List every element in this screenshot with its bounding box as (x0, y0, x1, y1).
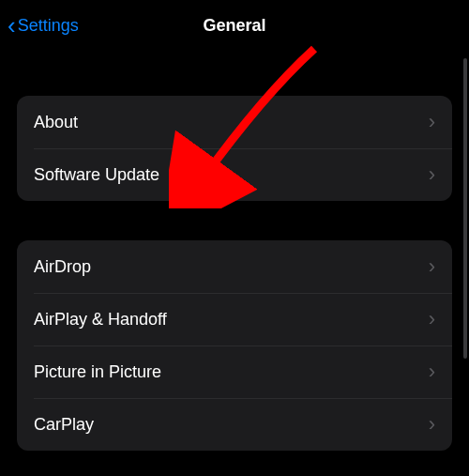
row-label: Picture in Picture (34, 362, 161, 382)
chevron-right-icon: › (429, 112, 435, 132)
row-label: AirPlay & Handoff (34, 310, 167, 330)
row-label: AirDrop (34, 257, 91, 277)
row-label: CarPlay (34, 415, 94, 435)
row-label: About (34, 113, 78, 132)
row-label: Software Update (34, 165, 159, 185)
chevron-right-icon: › (429, 414, 435, 435)
row-picture-in-picture[interactable]: Picture in Picture › (17, 345, 452, 398)
chevron-right-icon: › (429, 361, 435, 382)
row-carplay[interactable]: CarPlay › (17, 398, 452, 451)
chevron-right-icon: › (429, 164, 435, 185)
chevron-left-icon: ‹ (8, 13, 16, 38)
row-airplay-handoff[interactable]: AirPlay & Handoff › (17, 293, 452, 345)
back-button[interactable]: ‹ Settings (8, 13, 79, 38)
row-airdrop[interactable]: AirDrop › (17, 240, 452, 293)
scrollbar[interactable] (463, 58, 467, 359)
page-title: General (203, 16, 265, 36)
row-about[interactable]: About › (17, 96, 452, 148)
content-area: About › Software Update › AirDrop › AirP… (0, 96, 469, 451)
row-software-update[interactable]: Software Update › (17, 148, 452, 201)
navigation-bar: ‹ Settings General (0, 0, 469, 51)
chevron-right-icon: › (429, 309, 435, 330)
chevron-right-icon: › (429, 256, 435, 277)
settings-group-1: About › Software Update › (17, 96, 452, 201)
settings-group-2: AirDrop › AirPlay & Handoff › Picture in… (17, 240, 452, 451)
back-button-label: Settings (18, 16, 79, 36)
